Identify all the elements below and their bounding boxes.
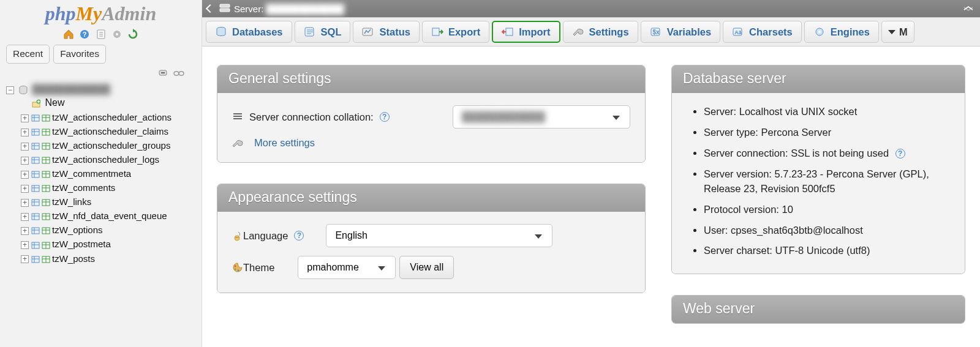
svg-rect-86 — [432, 28, 439, 35]
web-server-panel: Web server — [671, 295, 965, 324]
svg-text:Aä: Aä — [734, 29, 742, 35]
svg-rect-33 — [32, 157, 39, 163]
expand-icon[interactable]: + — [21, 157, 29, 165]
expand-icon[interactable]: + — [21, 213, 29, 221]
tree-root[interactable]: − ████████████ — [4, 83, 202, 95]
settings-icon[interactable] — [111, 29, 123, 40]
table-icon — [42, 184, 50, 193]
table-name[interactable]: tzW_comments — [52, 182, 115, 193]
tab-export[interactable]: Export — [422, 21, 489, 43]
table-name[interactable]: tzW_actionscheduler_claims — [52, 126, 168, 136]
svg-rect-69 — [32, 242, 39, 248]
favorites-button[interactable]: Favorites — [53, 45, 106, 64]
database-name[interactable]: ████████████ — [32, 84, 110, 94]
expand-icon[interactable]: + — [21, 129, 29, 136]
svg-rect-82 — [220, 9, 230, 12]
panel-title: Web server — [672, 296, 965, 323]
tree-table-item[interactable]: +tzW_actionscheduler_groups — [4, 138, 202, 152]
logout-icon[interactable]: ? — [79, 29, 90, 40]
tab-databases[interactable]: Databases — [206, 21, 292, 43]
expand-icon[interactable]: + — [21, 241, 29, 249]
browse-icon[interactable] — [31, 241, 40, 250]
server-info-item: Protocol version: 10 — [704, 200, 949, 220]
table-name[interactable]: tzW_actionscheduler_groups — [52, 140, 170, 151]
svg-rect-27 — [32, 143, 39, 149]
tab-engines[interactable]: Engines — [804, 21, 879, 43]
tab-import[interactable]: Import — [492, 21, 560, 43]
docs-icon[interactable] — [96, 29, 107, 40]
logo[interactable]: phpMyAdmin — [0, 0, 202, 26]
page-settings-icon[interactable] — [963, 6, 974, 12]
home-icon[interactable] — [63, 29, 74, 40]
table-name[interactable]: tzW_nfd_data_event_queue — [52, 211, 167, 221]
tab-variables[interactable]: $xVariables — [641, 21, 720, 43]
expand-icon[interactable]: − — [6, 86, 14, 94]
server-name[interactable]: ████████████ — [266, 4, 344, 14]
tree-table-item[interactable]: +tzW_posts — [4, 252, 202, 266]
link-icon[interactable] — [173, 70, 184, 77]
nav-back-icon[interactable] — [206, 4, 214, 13]
database-tree: − ████████████ New +tzW_actionscheduler_… — [0, 81, 202, 265]
table-name[interactable]: tzW_postmeta — [52, 239, 111, 249]
svg-point-102 — [238, 270, 239, 272]
server-info-item: Server type: Percona Server — [704, 122, 949, 143]
help-icon[interactable]: ? — [380, 112, 390, 122]
more-settings-link[interactable]: More settings — [254, 137, 315, 149]
help-icon[interactable]: ? — [895, 149, 905, 159]
appearance-settings-panel: Appearance settings Language ? English T… — [217, 184, 646, 293]
expand-icon[interactable]: + — [21, 143, 29, 151]
table-name[interactable]: tzW_options — [52, 225, 103, 235]
tree-table-item[interactable]: +tzW_commentmeta — [4, 166, 202, 181]
expand-icon[interactable]: + — [21, 255, 29, 263]
tab-settings[interactable]: Settings — [563, 21, 638, 43]
collation-select[interactable]: ████████████ — [453, 105, 630, 129]
browse-icon[interactable] — [31, 226, 40, 235]
theme-select[interactable]: pmahomme — [298, 256, 396, 279]
tab-more[interactable]: M — [881, 21, 914, 43]
tree-table-item[interactable]: +tzW_nfd_data_event_queue — [4, 209, 202, 223]
table-name[interactable]: tzW_posts — [52, 253, 95, 264]
browse-icon[interactable] — [31, 128, 40, 136]
help-icon[interactable]: ? — [294, 231, 304, 241]
tree-table-item[interactable]: +tzW_comments — [4, 181, 202, 195]
tree-table-item[interactable]: +tzW_options — [4, 223, 202, 237]
tab-status[interactable]: Status — [353, 21, 419, 43]
browse-icon[interactable] — [31, 184, 40, 193]
table-icon — [42, 114, 50, 122]
table-name[interactable]: tzW_links — [52, 196, 91, 207]
new-table-link[interactable]: New — [4, 95, 202, 110]
browse-icon[interactable] — [31, 142, 40, 151]
navigation-panel: phpMyAdmin ? Recent Favorites − ████████… — [0, 0, 202, 347]
table-name[interactable]: tzW_actionscheduler_logs — [52, 154, 159, 165]
browse-icon[interactable] — [31, 170, 40, 179]
theme-icon — [232, 263, 243, 272]
browse-icon[interactable] — [31, 156, 40, 165]
tree-table-item[interactable]: +tzW_actionscheduler_logs — [4, 152, 202, 166]
tree-table-item[interactable]: +tzW_postmeta — [4, 237, 202, 251]
svg-rect-87 — [506, 28, 513, 35]
tree-table-item[interactable]: +tzW_links — [4, 195, 202, 209]
server-info-item: Server: Localhost via UNIX socket — [704, 102, 949, 122]
language-select[interactable]: English — [326, 224, 552, 247]
expand-icon[interactable]: + — [21, 227, 29, 235]
tree-table-item[interactable]: +tzW_actionscheduler_claims — [4, 124, 202, 138]
expand-icon[interactable]: + — [21, 185, 29, 193]
browse-icon[interactable] — [31, 114, 40, 122]
table-name[interactable]: tzW_actionscheduler_actions — [52, 112, 172, 122]
table-name[interactable]: tzW_commentmeta — [52, 168, 131, 179]
tab-charsets[interactable]: AäCharsets — [723, 21, 802, 43]
collapse-all-icon[interactable] — [159, 69, 168, 77]
browse-icon[interactable] — [31, 198, 40, 207]
expand-icon[interactable]: + — [21, 171, 29, 179]
svg-point-97 — [235, 236, 239, 241]
recent-button[interactable]: Recent — [6, 45, 50, 64]
view-all-button[interactable]: View all — [399, 256, 454, 279]
tab-sql[interactable]: SQL — [295, 21, 351, 43]
expand-icon[interactable]: + — [21, 199, 29, 207]
expand-icon[interactable]: + — [21, 114, 29, 122]
browse-icon[interactable] — [31, 255, 40, 264]
reload-icon[interactable] — [127, 29, 138, 40]
browse-icon[interactable] — [31, 212, 40, 221]
nav-icon-bar: ? — [0, 26, 202, 41]
tree-table-item[interactable]: +tzW_actionscheduler_actions — [4, 110, 202, 124]
